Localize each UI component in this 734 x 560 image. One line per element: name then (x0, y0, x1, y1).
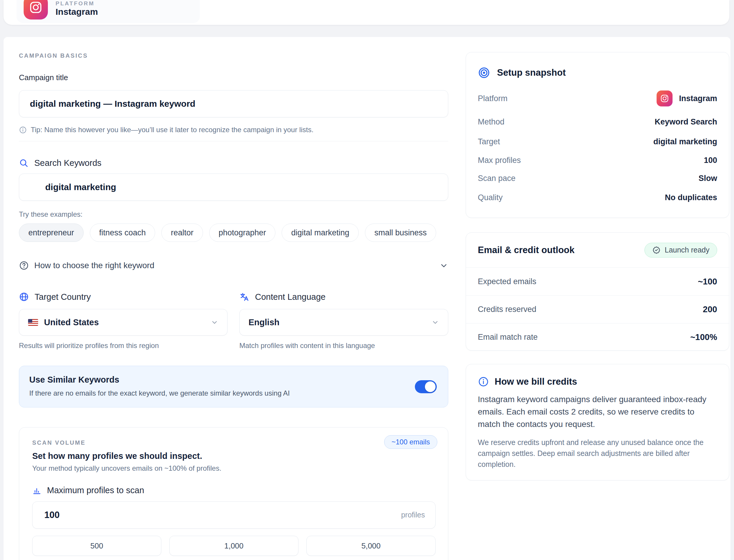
billing-info-title: How we bill credits (495, 376, 577, 387)
snapshot-row-max-profiles: Max profiles 100 (478, 150, 717, 170)
platform-bar: PLATFORM Instagram (4, 0, 729, 25)
instagram-icon (24, 0, 48, 20)
info-icon (19, 126, 27, 134)
example-pill[interactable]: fitness coach (90, 224, 155, 242)
max-profiles-field: profiles (32, 501, 435, 529)
similar-keywords-toggle[interactable] (415, 380, 437, 393)
snapshot-row-quality: Quality No duplicates (478, 188, 717, 207)
platform-label: PLATFORM (56, 0, 95, 7)
setup-snapshot-card: Setup snapshot Platform Instagram Method… (466, 52, 729, 218)
keyword-search-input[interactable] (19, 174, 448, 201)
country-select[interactable]: United States (19, 309, 228, 336)
content-language-heading: Content Language (239, 292, 326, 302)
scan-volume-heading: Set how many profiles we should inspect. (32, 451, 202, 461)
globe-icon (19, 292, 29, 302)
info-circle-icon (478, 376, 489, 387)
us-flag-icon (28, 319, 38, 326)
toggle-knob (425, 381, 435, 392)
outlook-row-expected-emails: Expected emails ~100 (466, 268, 729, 295)
profile-presets: 500 1,000 5,000 (32, 536, 435, 556)
campaign-setup-panel: CAMPAIGN BASICS Campaign title Tip: Name… (4, 37, 730, 560)
scan-volume-section-label: SCAN VOLUME (32, 439, 86, 446)
campaign-title-input[interactable] (19, 90, 448, 117)
language-select[interactable]: English (239, 309, 448, 336)
search-keywords-heading: Search Keywords (19, 158, 101, 168)
expected-emails-badge: ~100 emails (384, 435, 437, 449)
launch-ready-badge: Launch ready (644, 243, 717, 258)
campaign-title-tip: Tip: Name this however you like—you’ll u… (19, 126, 314, 134)
max-profiles-suffix: profiles (401, 511, 425, 519)
credit-outlook-card: Email & credit outlook Launch ready Expe… (466, 232, 729, 351)
example-pill[interactable]: small business (365, 224, 436, 242)
preset-button[interactable]: 5,000 (307, 536, 435, 556)
country-helper-text: Results will prioritize profiles from th… (19, 341, 159, 350)
chevron-down-icon (211, 318, 218, 326)
search-icon (19, 158, 29, 168)
outlook-row-credits-reserved: Credits reserved 200 (466, 295, 729, 323)
billing-paragraph-secondary: We reserve credits upfront and release a… (478, 437, 713, 470)
section-divider (19, 141, 448, 141)
example-pill[interactable]: realtor (161, 224, 203, 242)
campaign-title-label: Campaign title (19, 73, 68, 82)
snapshot-row-platform: Platform Instagram (478, 88, 717, 109)
instagram-icon (657, 90, 673, 106)
keyword-help-text: How to choose the right keyword (34, 261, 154, 270)
question-circle-icon (19, 260, 29, 271)
bullseye-icon (478, 67, 490, 79)
badge-check-icon (652, 246, 661, 254)
similar-keywords-card: Use Similar Keywords If there are no ema… (19, 366, 448, 407)
example-pill[interactable]: photographer (209, 224, 276, 242)
keyword-example-pills: entrepreneur fitness coach realtor photo… (19, 224, 436, 242)
max-profiles-heading: Maximum profiles to scan (32, 485, 144, 495)
example-pill[interactable]: digital marketing (282, 224, 359, 242)
keyword-search-field (19, 174, 448, 201)
chevron-down-icon (431, 318, 439, 326)
preset-button[interactable]: 1,000 (169, 536, 299, 556)
tip-text: Tip: Name this however you like—you’ll u… (31, 126, 314, 134)
outlook-row-email-match-rate: Email match rate ~100% (466, 323, 729, 351)
scan-volume-card: SCAN VOLUME ~100 emails Set how many pro… (19, 427, 448, 560)
max-profiles-input[interactable] (32, 501, 435, 529)
platform-value: Instagram (56, 7, 98, 17)
keyword-help-expander[interactable]: How to choose the right keyword (19, 258, 448, 273)
country-select-value: United States (44, 318, 205, 327)
examples-label: Try these examples: (19, 210, 82, 219)
similar-keywords-title: Use Similar Keywords (29, 375, 119, 385)
billing-info-card: How we bill credits Instagram keyword ca… (466, 364, 729, 480)
preset-button[interactable]: 500 (32, 536, 161, 556)
language-helper-text: Match profiles with content in this lang… (239, 341, 375, 350)
chevron-down-icon (439, 261, 448, 270)
scan-volume-subheading: Your method typically uncovers emails on… (32, 464, 221, 472)
snapshot-row-scan-pace: Scan pace Slow (478, 169, 717, 188)
campaign-basics-section-label: CAMPAIGN BASICS (19, 52, 88, 59)
similar-keywords-description: If there are no emails for the exact key… (29, 389, 290, 397)
credit-outlook-title: Email & credit outlook (478, 245, 574, 255)
translate-icon (239, 292, 250, 302)
setup-snapshot-title: Setup snapshot (497, 67, 566, 78)
bar-chart-icon (32, 486, 41, 495)
billing-paragraph-primary: Instagram keyword campaigns deliver guar… (478, 393, 713, 430)
example-pill[interactable]: entrepreneur (19, 224, 84, 242)
language-select-value: English (249, 318, 425, 327)
target-country-heading: Target Country (19, 292, 91, 302)
snapshot-row-target: Target digital marketing (478, 132, 717, 151)
snapshot-row-method: Method Keyword Search (478, 112, 717, 132)
